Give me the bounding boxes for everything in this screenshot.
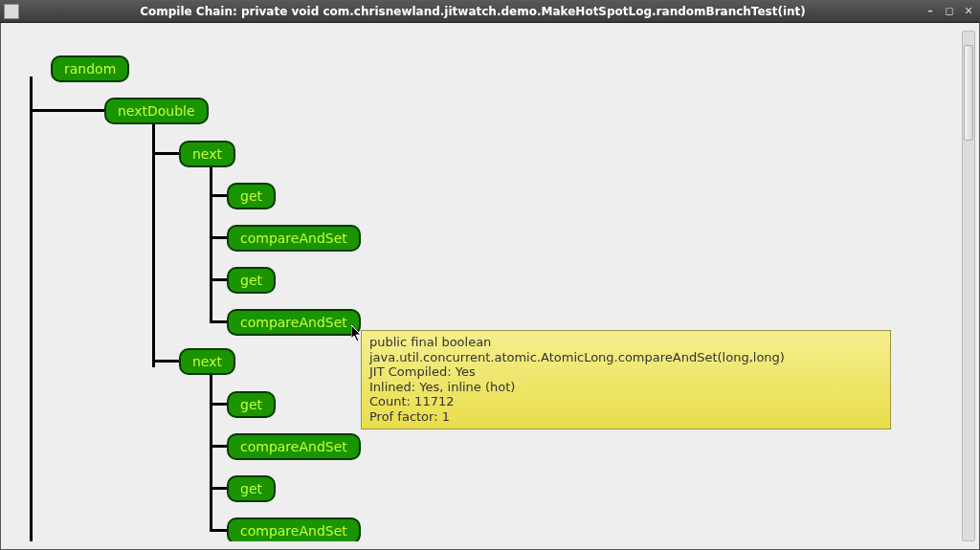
close-button[interactable]: ✕ — [961, 5, 976, 18]
tree-connector — [210, 236, 229, 239]
node-next[interactable]: next — [179, 348, 235, 375]
tooltip-prof: Prof factor: 1 — [369, 409, 882, 425]
maximize-button[interactable]: ◻ — [942, 5, 957, 18]
node-get[interactable]: get — [227, 267, 276, 294]
node-compareAndSet[interactable]: compareAndSet — [227, 433, 361, 460]
tree-connector — [210, 529, 229, 532]
node-random[interactable]: random — [51, 55, 129, 82]
node-nextDouble[interactable]: nextDouble — [104, 98, 209, 124]
app-icon — [4, 4, 19, 19]
tree-connector — [210, 403, 229, 406]
node-get[interactable]: get — [227, 391, 276, 418]
tooltip-jit: JIT Compiled: Yes — [369, 364, 882, 380]
tooltip-count: Count: 11712 — [369, 394, 882, 409]
scrollbar-thumb[interactable] — [964, 45, 973, 141]
tree-connector — [210, 320, 229, 323]
window-titlebar: Compile Chain: private void com.chrisnew… — [0, 0, 980, 23]
tooltip-signature: public final boolean java.util.concurren… — [369, 335, 882, 364]
node-compareAndSet[interactable]: compareAndSet — [227, 517, 361, 541]
node-next[interactable]: next — [179, 141, 235, 167]
tree-connector — [152, 360, 181, 363]
tree-connector — [30, 109, 106, 112]
node-tooltip: public final boolean java.util.concurren… — [361, 330, 891, 429]
node-compareAndSet[interactable]: compareAndSet — [227, 225, 361, 252]
compile-chain-canvas[interactable]: random nextDouble next get compareAndSet… — [9, 31, 962, 541]
window-client-area: random nextDouble next get compareAndSet… — [0, 23, 980, 550]
tree-connector — [152, 120, 155, 367]
tree-connector — [210, 163, 212, 321]
vertical-scrollbar[interactable] — [962, 31, 975, 541]
node-get[interactable]: get — [227, 475, 276, 502]
tree-connector — [152, 152, 181, 155]
tooltip-inlined: Inlined: Yes, inline (hot) — [369, 380, 882, 395]
tree-connector — [210, 445, 229, 448]
minimize-button[interactable]: – — [923, 5, 938, 18]
tree-connector — [210, 487, 229, 490]
tree-connector — [30, 77, 33, 541]
tree-connector — [210, 278, 229, 281]
tree-connector — [210, 194, 229, 197]
node-get[interactable]: get — [227, 183, 276, 209]
tree-connector — [210, 370, 212, 530]
node-compareAndSet[interactable]: compareAndSet — [227, 309, 361, 336]
window-title: Compile Chain: private void com.chrisnew… — [27, 5, 919, 18]
